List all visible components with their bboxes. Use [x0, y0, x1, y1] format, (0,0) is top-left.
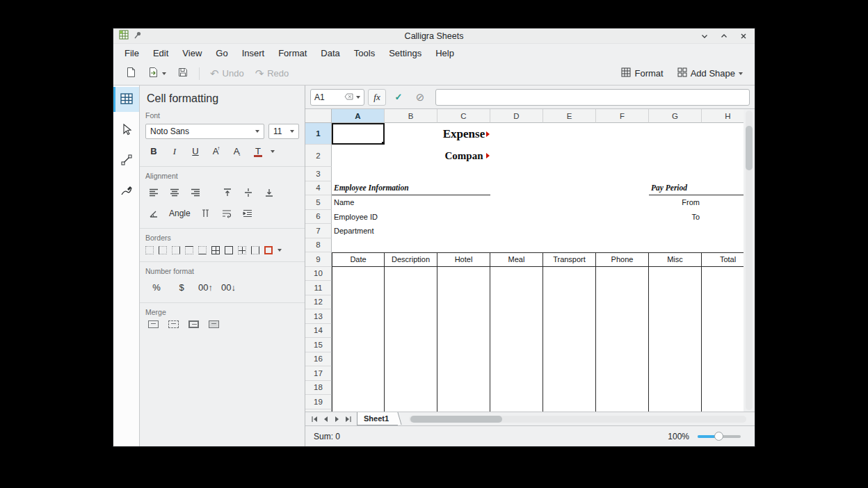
cell-H4[interactable] — [702, 181, 744, 196]
font-more-dropdown-icon[interactable] — [271, 150, 275, 153]
cell-G8[interactable] — [649, 238, 702, 253]
maximize-icon[interactable] — [718, 31, 730, 42]
cell-B8[interactable] — [385, 238, 437, 253]
cell-C12[interactable] — [437, 295, 490, 310]
cell-D6[interactable] — [490, 210, 543, 225]
first-sheet-icon[interactable] — [310, 414, 319, 424]
cell-G6[interactable]: To — [649, 210, 702, 225]
cell-C11[interactable] — [437, 281, 490, 295]
cell-G12[interactable] — [649, 295, 702, 310]
cell-F11[interactable] — [596, 281, 649, 295]
row-header-13[interactable]: 13 — [305, 309, 332, 324]
cell-G18[interactable] — [649, 381, 702, 396]
border-bottom-button[interactable] — [198, 246, 207, 254]
cell-H9[interactable]: Total — [702, 252, 744, 267]
row-header-17[interactable]: 17 — [305, 366, 332, 381]
column-header-H[interactable]: H — [702, 109, 744, 123]
cell-tool-button[interactable] — [114, 87, 139, 112]
selection-tool-button[interactable] — [114, 117, 139, 143]
previous-sheet-icon[interactable] — [321, 414, 330, 424]
row-header-14[interactable]: 14 — [305, 324, 332, 339]
cell-D9[interactable]: Meal — [490, 252, 543, 267]
font-size-select[interactable]: 11 — [268, 124, 299, 139]
merge-vertical-button[interactable] — [188, 320, 199, 328]
cell-F15[interactable] — [596, 338, 649, 352]
menu-insert[interactable]: Insert — [235, 46, 272, 60]
row-header-5[interactable]: 5 — [305, 195, 332, 210]
border-inner-button[interactable] — [238, 246, 246, 254]
cell-A2[interactable] — [332, 145, 385, 167]
underline-button[interactable]: U — [187, 143, 204, 159]
cell-C14[interactable] — [437, 324, 490, 339]
percent-format-button[interactable]: % — [148, 279, 165, 295]
cell-B11[interactable] — [385, 281, 437, 295]
cell-D15[interactable] — [490, 338, 543, 352]
cell-D4[interactable] — [490, 181, 543, 196]
cell-G10[interactable] — [649, 267, 702, 282]
cell-G19[interactable] — [649, 395, 702, 409]
cell-B13[interactable] — [385, 309, 437, 324]
row-header-7[interactable]: 7 — [305, 224, 332, 238]
cell-G16[interactable] — [649, 352, 702, 367]
cell-D18[interactable] — [490, 381, 543, 396]
cell-F13[interactable] — [596, 309, 649, 324]
column-header-B[interactable]: B — [385, 109, 437, 123]
row-header-16[interactable]: 16 — [305, 352, 332, 367]
row-header-12[interactable]: 12 — [305, 295, 332, 310]
close-icon[interactable] — [738, 31, 749, 42]
cell-D17[interactable] — [490, 366, 543, 381]
cell-H18[interactable] — [702, 381, 744, 396]
cell-A5[interactable]: Name — [332, 195, 385, 210]
border-left-button[interactable] — [159, 246, 167, 254]
column-header-D[interactable]: D — [490, 109, 543, 123]
align-right-button[interactable] — [187, 184, 204, 200]
cell-H3[interactable] — [702, 167, 744, 181]
cell-C13[interactable] — [437, 309, 490, 324]
cell-B16[interactable] — [385, 352, 437, 367]
cell-E16[interactable] — [543, 352, 596, 367]
cell-G7[interactable] — [649, 224, 702, 238]
cell-B3[interactable] — [385, 167, 437, 181]
cell-A11[interactable] — [332, 281, 385, 295]
cell-F9[interactable]: Phone — [596, 252, 649, 267]
cell-H8[interactable] — [702, 238, 744, 253]
cell-D2[interactable] — [490, 145, 543, 167]
menu-view[interactable]: View — [175, 46, 209, 60]
cell-F1[interactable] — [596, 123, 649, 145]
row-header-15[interactable]: 15 — [305, 338, 332, 352]
cell-C16[interactable] — [437, 352, 490, 367]
cell-F2[interactable] — [596, 145, 649, 167]
align-bottom-button[interactable] — [261, 184, 278, 200]
select-all-corner[interactable] — [305, 109, 332, 123]
column-header-A[interactable]: A — [332, 109, 385, 123]
cell-H11[interactable] — [702, 281, 744, 295]
cell-A10[interactable] — [332, 267, 385, 282]
horizontal-scrollbar[interactable] — [409, 416, 746, 423]
cell-B1[interactable] — [385, 123, 437, 145]
border-outer-button[interactable] — [225, 246, 233, 254]
cell-B19[interactable] — [385, 395, 437, 409]
row-header-2[interactable]: 2 — [305, 145, 332, 167]
align-top-button[interactable] — [219, 184, 236, 200]
cell-A18[interactable] — [332, 381, 385, 396]
cell-C15[interactable] — [437, 338, 490, 352]
cell-B2[interactable] — [385, 145, 437, 167]
grow-font-button[interactable]: A↑ — [208, 143, 225, 159]
currency-format-button[interactable]: $ — [173, 279, 190, 295]
cell-B10[interactable] — [385, 267, 437, 282]
cell-E10[interactable] — [543, 267, 596, 282]
menu-format[interactable]: Format — [271, 46, 314, 60]
border-color-swatch[interactable] — [264, 246, 273, 254]
save-button[interactable] — [172, 64, 193, 83]
border-none-button[interactable] — [145, 246, 154, 254]
cell-G1[interactable] — [649, 123, 702, 145]
cell-E12[interactable] — [543, 295, 596, 310]
font-color-button[interactable]: T — [250, 143, 266, 159]
row-header-6[interactable]: 6 — [305, 210, 332, 225]
cell-G4[interactable]: Pay Period — [649, 181, 702, 196]
cell-H13[interactable] — [702, 309, 744, 324]
vertical-text-button[interactable] — [198, 205, 214, 221]
connector-tool-button[interactable] — [114, 148, 139, 173]
cell-F19[interactable] — [596, 395, 649, 409]
cell-E8[interactable] — [543, 238, 596, 253]
